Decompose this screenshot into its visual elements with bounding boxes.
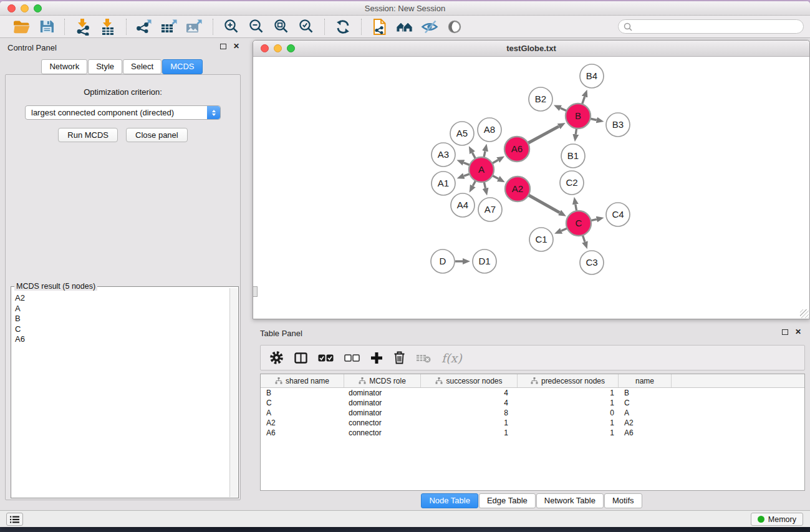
column-header-successor-nodes[interactable]: successor nodes [421,374,518,387]
open-session-icon[interactable] [12,17,31,36]
mcds-result-item[interactable]: A2 [15,293,229,304]
table-cell[interactable]: 1 [421,418,518,427]
table-cell[interactable]: B [619,389,672,397]
network-graph[interactable]: AA1A2A3A4A5A6A7A8BB1B2B3B4CC1C2C3C4DD1 [253,57,809,319]
table-cell[interactable]: A6 [619,428,672,437]
graph-node-A2[interactable]: A2 [505,177,530,201]
tab-network-table[interactable]: Network Table [536,493,604,508]
graph-node-C2[interactable]: C2 [560,171,584,195]
task-history-button[interactable] [6,513,23,526]
table-cell[interactable]: 8 [421,409,518,417]
table-cell[interactable]: 1 [518,389,619,397]
graph-node-A4[interactable]: A4 [451,193,475,217]
export-table-icon[interactable] [160,17,179,36]
import-table-icon[interactable] [99,17,117,36]
table-cell[interactable]: connector [344,418,421,427]
float-table-panel-icon[interactable] [782,329,788,335]
deselect-all-icon[interactable] [344,349,360,367]
birdseye-view-icon[interactable] [395,17,414,36]
search-field[interactable] [618,19,804,34]
tab-edge-table[interactable]: Edge Table [479,493,536,508]
export-network-icon[interactable] [135,17,154,36]
graph-node-B1[interactable]: B1 [561,144,585,168]
birdseye-handle[interactable] [253,286,258,297]
delete-table-icon[interactable] [416,349,431,367]
column-header-shared-name[interactable]: shared name [261,374,344,387]
tab-select[interactable]: Select [123,59,162,74]
graph-edge-B-B4[interactable] [582,97,585,104]
graph-edge-A-A6[interactable] [492,160,498,163]
table-cell[interactable]: connector [344,428,421,437]
tab-style[interactable]: Style [88,59,122,74]
search-input[interactable] [635,22,798,31]
graph-edge-A-A1[interactable] [464,174,470,176]
mcds-result-list[interactable]: A2ABCA6 [11,289,229,498]
network-window-titlebar[interactable]: testGlobe.txt [253,41,809,57]
table-cell[interactable]: A2 [619,418,672,427]
table-cell[interactable]: 1 [518,428,619,437]
result-list-scrollbar[interactable] [229,288,238,497]
graph-edge-A-A7[interactable] [484,182,485,188]
graph-node-C4[interactable]: C4 [606,203,630,226]
table-cell[interactable]: 1 [518,418,619,427]
graph-edge-B-B3[interactable] [591,118,597,120]
graph-edge-A-A8[interactable] [484,151,485,157]
close-panel-button[interactable]: Close panel [126,128,188,142]
table-cell[interactable]: A [619,409,672,417]
graph-node-A7[interactable]: A7 [478,198,502,221]
graph-edge-C-C1[interactable] [561,228,567,231]
network-canvas[interactable]: AA1A2A3A4A5A6A7A8BB1B2B3B4CC1C2C3C4DD1 [253,57,809,319]
table-cell[interactable]: C [261,399,344,407]
table-cell[interactable]: 0 [518,409,619,417]
table-cell[interactable]: dominator [344,389,421,397]
zoom-in-icon[interactable] [222,17,241,36]
mcds-result-item[interactable]: A6 [15,334,229,345]
clone-network-icon[interactable] [370,17,389,36]
graph-node-C1[interactable]: C1 [529,228,553,251]
graph-edge-B-B2[interactable] [561,108,567,110]
show-column-icon[interactable] [294,349,307,367]
run-mcds-button[interactable]: Run MCDS [58,128,118,142]
column-header-MCDS-role[interactable]: MCDS role [344,374,421,387]
table-cell[interactable]: B [261,389,344,397]
show-graphics-details-icon[interactable] [445,17,464,36]
column-header-name[interactable]: name [619,374,672,387]
select-all-icon[interactable] [318,349,334,367]
criterion-dropdown[interactable]: largest connected component (directed) [25,105,221,120]
graph-edge-C-C2[interactable] [576,205,577,211]
settings-gear-icon[interactable] [269,349,284,367]
table-cell[interactable]: dominator [344,399,421,407]
mcds-result-item[interactable]: A [15,304,229,314]
table-cell[interactable]: 1 [518,399,619,407]
graph-node-B[interactable]: B [566,104,591,128]
tab-network[interactable]: Network [41,59,87,74]
close-table-panel-icon[interactable]: ✕ [795,329,801,335]
table-cell[interactable]: 1 [421,428,518,437]
graph-node-D[interactable]: D [431,249,455,273]
table-row[interactable]: A6connector11A6 [261,428,804,438]
window-resize-grip[interactable] [800,309,809,318]
table-row[interactable]: Adominator80A [261,408,804,418]
tab-node-table[interactable]: Node Table [421,493,478,508]
column-header-predecessor-nodes[interactable]: predecessor nodes [518,374,619,387]
delete-row-icon[interactable] [393,349,405,367]
tab-mcds[interactable]: MCDS [162,59,202,74]
import-network-icon[interactable] [74,17,92,36]
memory-button[interactable]: Memory [751,513,803,526]
function-builder-icon[interactable]: f(x) [441,349,462,367]
table-cell[interactable]: A2 [261,418,344,427]
graph-node-A3[interactable]: A3 [432,143,455,167]
graph-node-A5[interactable]: A5 [450,122,474,145]
zoom-out-icon[interactable] [247,17,266,36]
graph-node-C[interactable]: C [566,211,591,236]
graph-edge-A-A5[interactable] [472,153,475,158]
mcds-result-item[interactable]: C [15,324,229,335]
graph-node-B4[interactable]: B4 [580,64,604,88]
table-row[interactable]: A2connector11A2 [261,418,804,428]
hide-graphics-details-icon[interactable] [420,17,439,36]
close-panel-icon[interactable]: ✕ [233,43,239,49]
graph-edge-A-A2[interactable] [493,175,498,178]
apply-layout-icon[interactable] [334,17,352,36]
float-panel-icon[interactable] [220,44,226,49]
table-cell[interactable]: 4 [421,389,518,397]
